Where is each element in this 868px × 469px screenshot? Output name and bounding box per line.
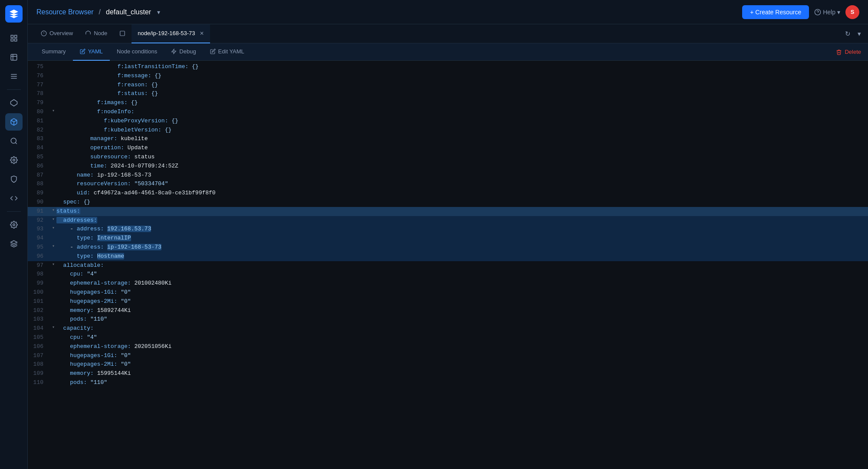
delete-button[interactable]: Delete [836, 49, 861, 55]
debug-icon [171, 49, 177, 54]
sidebar-logo[interactable] [5, 5, 23, 23]
line-num-87: 87 [28, 171, 50, 180]
line-num-91: 91 [28, 207, 50, 216]
code-line-81: 81 f:kubeProxyVersion: {} [28, 117, 868, 126]
sub-tab-debug[interactable]: Debug [164, 43, 203, 61]
line-content-86: time: 2024-10-07T09:24:52Z [56, 162, 868, 171]
code-line-78: 78 f:status: {} [28, 89, 868, 98]
sidebar-item-layers[interactable] [5, 235, 23, 253]
line-content-96: type: Hostname [56, 252, 868, 261]
line-num-79: 79 [28, 98, 50, 108]
code-line-87: 87 name: ip-192-168-53-73 [28, 171, 868, 180]
refresh-button[interactable]: ↻ [843, 28, 852, 39]
sidebar-item-settings[interactable] [5, 151, 23, 169]
code-line-90: 90 spec: {} [28, 198, 868, 207]
header-left: Resource Browser / default_cluster ▾ [36, 8, 160, 16]
fold-95[interactable]: ▾ [50, 243, 56, 250]
line-content-94: type: InternalIP [56, 234, 868, 243]
line-num-89: 89 [28, 189, 50, 198]
sidebar-item-dashboard[interactable] [5, 30, 23, 47]
tab-close-icon[interactable]: ✕ [200, 30, 204, 36]
svg-line-13 [15, 142, 16, 144]
line-num-97: 97 [28, 261, 50, 270]
user-avatar[interactable]: S [845, 5, 859, 19]
sub-tab-node-conditions[interactable]: Node conditions [110, 43, 164, 61]
code-line-95: 95 ▾ - address: ip-192-168-53-73 [28, 243, 868, 252]
code-line-100: 100 hugepages-1Gi: "0" [28, 288, 868, 297]
sidebar-item-settings2[interactable] [5, 216, 23, 233]
line-num-88: 88 [28, 180, 50, 189]
breadcrumb-resource-browser[interactable]: Resource Browser [36, 8, 94, 16]
line-content-90: spec: {} [56, 198, 868, 207]
line-num-76: 76 [28, 72, 50, 81]
code-line-103: 103 pods: "110" [28, 315, 868, 324]
code-line-107: 107 hugepages-1Gi: "0" [28, 351, 868, 361]
help-button[interactable]: Help ▾ [814, 9, 840, 16]
line-content-80: f:nodeInfo: [56, 108, 868, 117]
line-content-93: - address: 192.168.53.73 [56, 225, 868, 234]
line-content-101: hugepages-2Mi: "0" [56, 297, 868, 306]
line-content-88: resourceVersion: "50334704" [56, 180, 868, 189]
fold-80[interactable]: ▾ [50, 108, 56, 115]
code-line-96: 96 type: Hostname [28, 252, 868, 261]
header: Resource Browser / default_cluster ▾ + C… [28, 0, 868, 24]
help-dropdown-icon: ▾ [837, 9, 840, 16]
code-line-80: 80 ▾ f:nodeInfo: [28, 108, 868, 117]
tab-node-label: Node [94, 30, 107, 36]
code-line-79: 79 f:images: {} [28, 98, 868, 108]
tab-yaml-icon[interactable] [113, 24, 132, 43]
sidebar-item-search[interactable] [5, 132, 23, 150]
yaml-editor[interactable]: 75 f:lastTransitionTime: {} 76 f:message… [28, 61, 868, 469]
breadcrumb-separator: / [99, 8, 101, 16]
fold-93[interactable]: ▾ [50, 225, 56, 232]
code-lines: 75 f:lastTransitionTime: {} 76 f:message… [28, 61, 868, 389]
sub-tab-edit-yaml-label: Edit YAML [218, 48, 244, 55]
svg-point-14 [13, 159, 15, 161]
sidebar-item-resources[interactable] [5, 94, 23, 112]
sub-tab-edit-yaml[interactable]: Edit YAML [203, 43, 251, 61]
sub-tab-yaml[interactable]: YAML [73, 43, 110, 61]
tab-overview[interactable]: Overview [35, 24, 79, 43]
fold-104[interactable]: ▾ [50, 324, 56, 331]
line-content-89: uid: cf49672a-ad46-4561-8ca0-ce31bf99f8f… [56, 189, 868, 198]
overview-tab-icon [41, 30, 47, 36]
line-num-82: 82 [28, 126, 50, 135]
yaml-pencil-icon [80, 49, 85, 54]
code-line-97: 97 ▾ allocatable: [28, 261, 868, 270]
code-line-88: 88 resourceVersion: "50334704" [28, 180, 868, 189]
tab-node-ip[interactable]: node/ip-192-168-53-73 ✕ [132, 24, 210, 43]
line-content-102: memory: 15892744Ki [56, 306, 868, 315]
line-num-102: 102 [28, 306, 50, 315]
line-num-109: 109 [28, 369, 50, 378]
svg-marker-16 [10, 241, 17, 244]
fold-97[interactable]: ▾ [50, 261, 56, 268]
fold-91[interactable]: ▾ [50, 207, 56, 214]
tabs-dropdown-button[interactable]: ▾ [856, 28, 863, 39]
yaml-icon-tab-icon [119, 30, 125, 36]
line-content-83: manager: kubelite [56, 134, 868, 144]
breadcrumb-cluster-name: default_cluster [106, 8, 151, 16]
sidebar-item-grid[interactable] [5, 49, 23, 66]
code-line-101: 101 hugepages-2Mi: "0" [28, 297, 868, 306]
code-line-85: 85 subresource: status [28, 153, 868, 162]
line-num-80: 80 [28, 108, 50, 117]
code-line-104: 104 ▾ capacity: [28, 324, 868, 333]
fold-92[interactable]: ▾ [50, 216, 56, 223]
line-num-77: 77 [28, 81, 50, 90]
code-line-102: 102 memory: 15892744Ki [28, 306, 868, 315]
cluster-dropdown-icon[interactable]: ▾ [157, 9, 160, 16]
sub-tab-summary[interactable]: Summary [35, 43, 73, 61]
line-content-99: ephemeral-storage: 201002480Ki [56, 279, 868, 288]
sidebar-item-list[interactable] [5, 68, 23, 85]
sub-tab-yaml-label: YAML [88, 48, 103, 55]
sidebar-item-cube[interactable] [5, 113, 23, 131]
line-content-75: f:lastTransitionTime: {} [56, 62, 868, 72]
sidebar-item-code[interactable] [5, 190, 23, 207]
line-content-104: capacity: [56, 324, 868, 333]
line-num-83: 83 [28, 134, 50, 144]
line-num-86: 86 [28, 162, 50, 171]
sidebar-item-shield[interactable] [5, 171, 23, 188]
create-resource-button[interactable]: + Create Resource [742, 5, 809, 19]
tab-node[interactable]: Node [79, 24, 113, 43]
svg-rect-2 [11, 39, 13, 41]
